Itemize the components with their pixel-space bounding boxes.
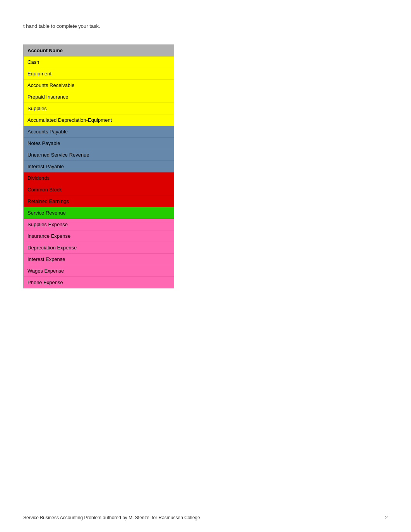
table-row: Depreciation Expense: [24, 242, 174, 254]
table-row: Notes Payable: [24, 138, 174, 149]
table-row: Wages Expense: [24, 265, 174, 277]
footer-left: Service Business Accounting Problem auth…: [23, 515, 200, 520]
instruction-text: t hand table to complete your task.: [23, 23, 388, 29]
table-row: Accumulated Depreciation-Equipment: [24, 114, 174, 126]
table-row: Retained Earnings: [24, 196, 174, 207]
table-row: Dividends: [24, 172, 174, 184]
table-row: Interest Expense: [24, 254, 174, 265]
table-row: Prepaid Insurance: [24, 91, 174, 103]
table-row: Service Revenue: [24, 207, 174, 219]
page-content: t hand table to complete your task. Acco…: [0, 0, 411, 312]
table-row: Interest Payable: [24, 161, 174, 172]
footer-right: 2: [385, 515, 388, 520]
table-row: Common Stock: [24, 184, 174, 196]
table-row: Insurance Expense: [24, 230, 174, 242]
table-row: Supplies: [24, 103, 174, 114]
account-table: Account Name CashEquipmentAccounts Recei…: [23, 44, 174, 288]
table-row: Accounts Receivable: [24, 80, 174, 91]
footer: Service Business Accounting Problem auth…: [0, 515, 411, 520]
table-row: Accounts Payable: [24, 126, 174, 138]
table-row: Unearned Service Revenue: [24, 149, 174, 161]
table-header: Account Name: [24, 45, 174, 56]
table-row: Phone Expense: [24, 277, 174, 288]
table-row: Cash: [24, 56, 174, 68]
table-row: Supplies Expense: [24, 219, 174, 230]
table-row: Equipment: [24, 68, 174, 80]
